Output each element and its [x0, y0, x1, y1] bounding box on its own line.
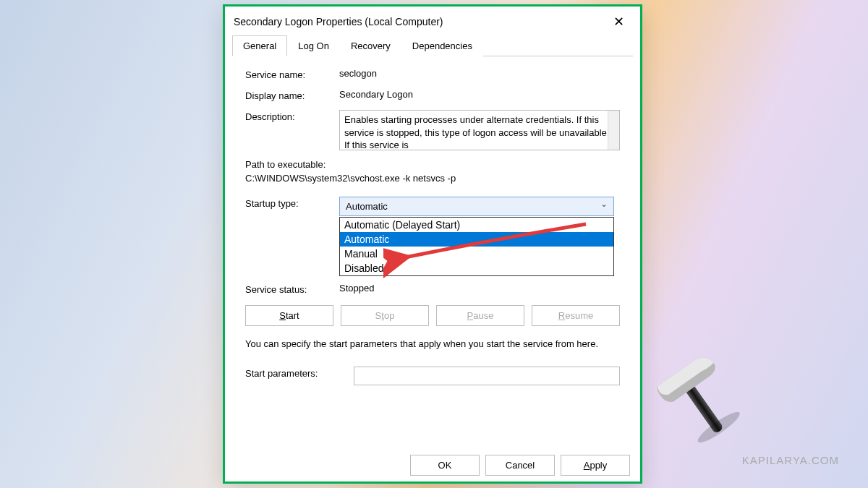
dropdown-option-automatic[interactable]: Automatic	[340, 232, 613, 247]
cancel-button[interactable]: Cancel	[485, 455, 555, 476]
close-icon[interactable]: ✕	[606, 12, 631, 31]
tab-logon[interactable]: Log On	[287, 35, 340, 56]
tab-strip: General Log On Recovery Dependencies	[225, 35, 640, 56]
value-path: C:\WINDOWS\system32\svchost.exe -k netsv…	[245, 173, 620, 184]
label-service-name: Service name:	[245, 68, 339, 80]
dropdown-option-manual[interactable]: Manual	[340, 247, 613, 261]
label-display-name: Display name:	[245, 89, 339, 101]
dialog-footer: OK Cancel Apply	[410, 455, 630, 476]
svg-rect-1	[678, 374, 724, 434]
start-button[interactable]: Start	[245, 305, 333, 326]
parameters-note: You can specify the start parameters tha…	[245, 338, 620, 351]
watermark-text: KAPILARYA.COM	[742, 454, 839, 466]
ok-button[interactable]: OK	[410, 455, 480, 476]
label-service-status: Service status:	[245, 283, 339, 295]
tab-recovery[interactable]: Recovery	[340, 35, 401, 56]
label-description: Description:	[245, 110, 339, 122]
resume-button[interactable]: Resume	[532, 305, 620, 326]
start-parameters-input[interactable]	[354, 367, 620, 385]
svg-point-2	[694, 408, 743, 446]
titlebar: Secondary Logon Properties (Local Comput…	[225, 7, 640, 35]
label-start-parameters: Start parameters:	[245, 367, 354, 379]
tab-content: Service name: seclogon Display name: Sec…	[225, 56, 640, 401]
startup-type-dropdown: Automatic (Delayed Start) Automatic Manu…	[339, 217, 614, 276]
hammer-icon	[644, 343, 752, 452]
description-box: Enables starting processes under alterna…	[339, 110, 620, 150]
stop-button[interactable]: Stop	[341, 305, 429, 326]
apply-button[interactable]: Apply	[561, 455, 630, 476]
startup-type-select[interactable]: Automatic	[339, 197, 614, 216]
svg-rect-0	[678, 374, 724, 434]
value-service-name: seclogon	[339, 68, 620, 79]
window-title: Secondary Logon Properties (Local Comput…	[234, 16, 443, 27]
value-display-name: Secondary Logon	[339, 89, 620, 100]
tab-general[interactable]: General	[232, 35, 287, 56]
dropdown-option-disabled[interactable]: Disabled	[340, 261, 613, 275]
description-scrollbar[interactable]	[608, 111, 619, 150]
dropdown-option-delayed[interactable]: Automatic (Delayed Start)	[340, 218, 613, 232]
pause-button[interactable]: Pause	[436, 305, 524, 326]
properties-dialog: Secondary Logon Properties (Local Comput…	[223, 4, 642, 484]
label-startup-type: Startup type:	[245, 197, 339, 209]
tab-dependencies[interactable]: Dependencies	[401, 35, 483, 56]
label-path: Path to executable:	[245, 159, 620, 170]
value-description: Enables starting processes under alterna…	[344, 114, 609, 150]
value-service-status: Stopped	[339, 283, 620, 294]
